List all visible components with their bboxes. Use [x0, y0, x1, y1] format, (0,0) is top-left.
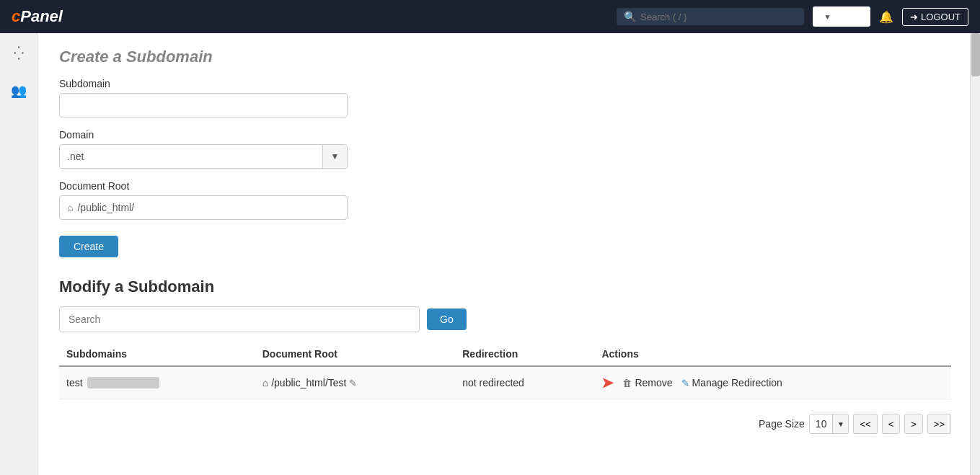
- domain-dropdown-arrow[interactable]: ▼: [322, 144, 347, 169]
- pagination-row: Page Size 10 ▼ << < > >>: [59, 414, 951, 434]
- doc-root-label: Document Root: [59, 180, 951, 192]
- subdomain-name: test: [66, 377, 83, 389]
- domain-label: Domain: [59, 129, 951, 141]
- main-content: Create a Subdomain Subdomain Domain .net…: [37, 33, 980, 475]
- search-icon: 🔍: [624, 11, 636, 22]
- create-subdomain-partial-title: Create a Subdomain: [59, 48, 951, 66]
- manage-redirection-button[interactable]: ✎ Manage Redirection: [681, 377, 782, 389]
- search-go-row: Go: [59, 306, 951, 332]
- page-size-arrow[interactable]: ▼: [832, 414, 848, 434]
- next-page-button[interactable]: >: [904, 414, 923, 434]
- global-search-bar[interactable]: 🔍: [617, 8, 804, 25]
- sidebar-users-icon[interactable]: 👥: [6, 78, 32, 104]
- col-doc-root: Document Root: [255, 342, 456, 366]
- scrollbar-thumb[interactable]: [971, 33, 980, 76]
- subdomain-form-group: Subdomain: [59, 78, 951, 117]
- manage-redirect-label: Manage Redirection: [692, 377, 782, 389]
- subdomains-table: Subdomains Document Root Redirection Act…: [59, 342, 951, 399]
- user-dropdown[interactable]: ▼: [813, 6, 870, 27]
- page-size-wrapper: 10 ▼: [809, 414, 849, 434]
- top-navigation: cPanel 🔍 ▼ 🔔 ➜ LOGOUT: [0, 0, 980, 33]
- subdomain-label: Subdomain: [59, 78, 951, 89]
- doc-root-form-group: Document Root ⌂ /public_html/: [59, 180, 951, 220]
- actions-cell: ➤ 🗑 Remove ✎ Manage Redirection: [594, 366, 951, 399]
- bell-icon[interactable]: 🔔: [879, 10, 893, 24]
- col-actions: Actions: [594, 342, 951, 366]
- remove-button[interactable]: 🗑 Remove: [622, 377, 672, 389]
- subdomain-blurred-text: [87, 377, 159, 389]
- edit-icon[interactable]: ✎: [349, 378, 357, 389]
- scrollbar-track[interactable]: [970, 33, 980, 475]
- arrow-right-icon: ➤: [601, 374, 614, 391]
- global-search-input[interactable]: [640, 12, 797, 22]
- last-page-button[interactable]: >>: [927, 414, 951, 434]
- page-size-value: 10: [810, 414, 833, 434]
- cpanel-logo: cPanel: [12, 7, 63, 26]
- doc-root-input[interactable]: [138, 202, 340, 213]
- go-button[interactable]: Go: [427, 308, 467, 330]
- doc-root-cell: ⌂ /public_html/Test ✎: [255, 366, 456, 399]
- subdomain-cell: test: [59, 366, 255, 399]
- doc-root-prefix: /public_html/: [77, 202, 134, 213]
- chevron-down-icon: ▼: [824, 13, 831, 21]
- subdomain-search-input[interactable]: [59, 306, 420, 332]
- remove-label: Remove: [635, 377, 672, 389]
- home-icon: ⌂: [67, 202, 73, 213]
- pencil-icon: ✎: [681, 378, 689, 389]
- page-size-label: Page Size: [759, 418, 805, 430]
- prev-page-button[interactable]: <: [882, 414, 901, 434]
- table-row: test ⌂ /public_html/Test ✎ not redirecte…: [59, 366, 951, 399]
- col-subdomains: Subdomains: [59, 342, 255, 366]
- logout-icon: ➜: [910, 12, 918, 22]
- domain-select-wrapper: .net ▼: [59, 144, 348, 169]
- sidebar-grid-icon[interactable]: ⁛: [6, 40, 32, 66]
- first-page-button[interactable]: <<: [853, 414, 877, 434]
- create-button[interactable]: Create: [59, 236, 118, 257]
- sidebar: ⁛ 👥: [0, 33, 37, 475]
- logout-button[interactable]: ➜ LOGOUT: [902, 8, 968, 26]
- domain-value: .net: [60, 144, 322, 169]
- trash-icon: 🗑: [622, 378, 632, 389]
- redirection-status: not redirected: [462, 377, 524, 389]
- modify-subdomain-title: Modify a Subdomain: [59, 278, 951, 296]
- table-header-row: Subdomains Document Root Redirection Act…: [59, 342, 951, 366]
- col-redirection: Redirection: [455, 342, 594, 366]
- doc-root-wrapper: ⌂ /public_html/: [59, 195, 348, 220]
- domain-form-group: Domain .net ▼: [59, 129, 951, 169]
- home-icon-row: ⌂: [262, 377, 268, 389]
- redirection-cell: not redirected: [455, 366, 594, 399]
- subdomain-input[interactable]: [59, 93, 348, 117]
- doc-root-path: /public_html/Test: [271, 377, 346, 389]
